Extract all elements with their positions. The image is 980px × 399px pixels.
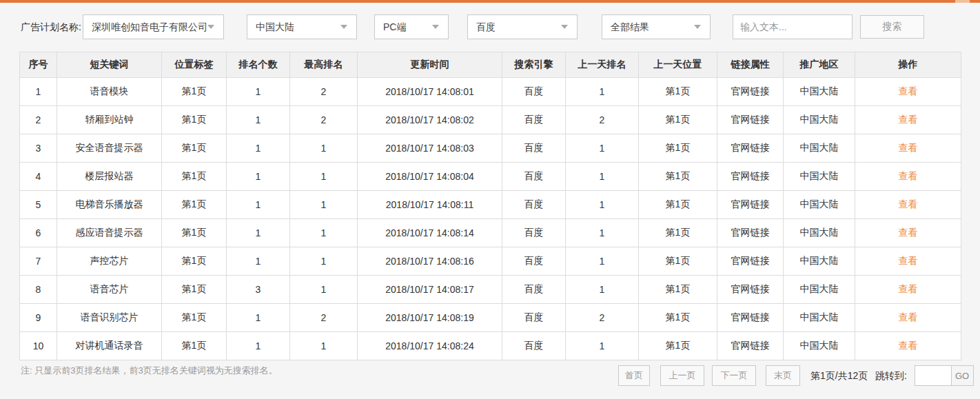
pagination-last-button[interactable]: 末页 bbox=[766, 365, 800, 386]
column-header: 上一天排名 bbox=[566, 52, 639, 78]
cell: 楼层报站器 bbox=[57, 163, 162, 191]
cell: 1 bbox=[290, 276, 358, 304]
view-link[interactable]: 查看 bbox=[899, 227, 918, 238]
column-header: 更新时间 bbox=[358, 52, 502, 78]
cell: 2018/10/17 14:08:04 bbox=[358, 163, 502, 191]
table-row: 9语音识别芯片第1页122018/10/17 14:08:19百度2第1页官网链… bbox=[20, 304, 961, 332]
cell: 电梯音乐播放器 bbox=[57, 191, 162, 219]
cell: 2018/10/17 14:08:14 bbox=[358, 219, 502, 247]
cell: 感应语音提示器 bbox=[57, 219, 162, 247]
table-row: 10对讲机通话录音第1页112018/10/17 14:08:24百度1第1页官… bbox=[20, 332, 961, 360]
cell: 官网链接 bbox=[717, 247, 784, 276]
cell: 中国大陆 bbox=[784, 134, 855, 163]
chevron-down-icon bbox=[694, 25, 701, 29]
column-header: 搜索引擎 bbox=[502, 52, 566, 78]
jump-to-label: 跳转到: bbox=[875, 365, 907, 386]
cell: 中国大陆 bbox=[784, 276, 855, 304]
cell: 3 bbox=[227, 276, 290, 304]
cell: 语音模块 bbox=[57, 78, 162, 106]
result-select[interactable]: 全部结果 bbox=[602, 14, 711, 39]
cell: 6 bbox=[20, 219, 57, 247]
cell: 第1页 bbox=[639, 78, 717, 106]
cell: 第1页 bbox=[162, 106, 227, 134]
cell: 2018/10/17 14:08:16 bbox=[358, 247, 502, 276]
page-info: 第1页/共12页 bbox=[810, 365, 868, 386]
table-header-row: 序号短关键词位置标签排名个数最高排名更新时间搜索引擎上一天排名上一天位置链接属性… bbox=[20, 52, 961, 78]
cell: 9 bbox=[20, 304, 57, 332]
go-button[interactable]: GO bbox=[951, 365, 974, 386]
cell: 第1页 bbox=[162, 134, 227, 163]
cell: 4 bbox=[20, 163, 57, 191]
cell: 百度 bbox=[502, 304, 566, 332]
pagination-first-button[interactable]: 首页 bbox=[618, 365, 650, 386]
cell: 第1页 bbox=[162, 191, 227, 219]
cell: 1 bbox=[227, 106, 290, 134]
cell: 第1页 bbox=[162, 247, 227, 276]
pagination-next-button[interactable]: 下一页 bbox=[712, 365, 756, 386]
view-link[interactable]: 查看 bbox=[899, 85, 918, 96]
view-link[interactable]: 查看 bbox=[899, 311, 918, 323]
cell: 2 bbox=[290, 106, 358, 134]
cell: 第1页 bbox=[162, 304, 227, 332]
campaign-select[interactable]: 深圳唯创知音电子有限公司 bbox=[83, 14, 224, 39]
cell: 安全语音提示器 bbox=[57, 134, 162, 163]
cell: 1 bbox=[290, 163, 358, 191]
search-button[interactable]: 搜索 bbox=[860, 15, 924, 39]
cell: 1 bbox=[227, 219, 290, 247]
cell: 1 bbox=[566, 247, 639, 276]
cell: 百度 bbox=[502, 247, 566, 276]
cell: 官网链接 bbox=[717, 332, 784, 360]
view-link[interactable]: 查看 bbox=[899, 198, 918, 209]
column-header: 上一天位置 bbox=[639, 52, 717, 78]
region-select-value: 中国大陆 bbox=[256, 15, 294, 39]
cell: 第1页 bbox=[639, 163, 717, 191]
cell: 查看 bbox=[855, 191, 961, 219]
cell: 10 bbox=[20, 332, 57, 360]
horizontal-scrollbar-thumb[interactable] bbox=[955, 0, 970, 3]
column-header: 序号 bbox=[20, 52, 57, 78]
cell: 查看 bbox=[855, 219, 961, 247]
view-link[interactable]: 查看 bbox=[899, 170, 918, 181]
cell: 1 bbox=[566, 78, 639, 106]
search-input[interactable] bbox=[733, 14, 853, 39]
cell: 查看 bbox=[855, 332, 961, 360]
view-link[interactable]: 查看 bbox=[899, 340, 918, 351]
cell: 2018/10/17 14:08:01 bbox=[358, 78, 502, 106]
cell: 第1页 bbox=[639, 134, 717, 163]
cell: 官网链接 bbox=[717, 304, 784, 332]
cell: 第1页 bbox=[162, 163, 227, 191]
cell: 1 bbox=[227, 163, 290, 191]
cell: 中国大陆 bbox=[784, 304, 855, 332]
cell: 2 bbox=[20, 106, 57, 134]
footer-note: 注: 只显示前3页排名结果，前3页无排名关键词视为无搜索排名。 bbox=[21, 365, 278, 377]
engine-select-value: 百度 bbox=[476, 15, 496, 39]
platform-select[interactable]: PC端 bbox=[374, 14, 449, 39]
cell: 官网链接 bbox=[717, 191, 784, 219]
column-header: 推广地区 bbox=[784, 52, 855, 78]
cell: 百度 bbox=[502, 332, 566, 360]
cell: 第1页 bbox=[162, 276, 227, 304]
region-select[interactable]: 中国大陆 bbox=[247, 14, 357, 39]
view-link[interactable]: 查看 bbox=[899, 283, 918, 294]
jump-page-input[interactable] bbox=[915, 365, 952, 386]
cell: 官网链接 bbox=[717, 78, 784, 106]
cell: 语音识别芯片 bbox=[57, 304, 162, 332]
cell: 第1页 bbox=[162, 78, 227, 106]
view-link[interactable]: 查看 bbox=[899, 255, 918, 266]
cell: 2018/10/17 14:08:02 bbox=[358, 106, 502, 134]
engine-select[interactable]: 百度 bbox=[467, 14, 578, 39]
view-link[interactable]: 查看 bbox=[899, 114, 918, 125]
top-accent-bar bbox=[0, 0, 980, 3]
chevron-down-icon bbox=[340, 25, 347, 29]
cell: 查看 bbox=[855, 106, 961, 134]
table-row: 3安全语音提示器第1页112018/10/17 14:08:03百度1第1页官网… bbox=[20, 134, 961, 163]
table-row: 4楼层报站器第1页112018/10/17 14:08:04百度1第1页官网链接… bbox=[20, 163, 961, 191]
view-link[interactable]: 查看 bbox=[899, 142, 918, 153]
cell: 2018/10/17 14:08:03 bbox=[358, 134, 502, 163]
table-row: 2轿厢到站钟第1页122018/10/17 14:08:02百度2第1页官网链接… bbox=[20, 106, 961, 134]
cell: 百度 bbox=[502, 163, 566, 191]
column-header: 位置标签 bbox=[162, 52, 227, 78]
cell: 1 bbox=[290, 332, 358, 360]
pagination-prev-button[interactable]: 上一页 bbox=[660, 365, 704, 386]
cell: 2018/10/17 14:08:11 bbox=[358, 191, 502, 219]
